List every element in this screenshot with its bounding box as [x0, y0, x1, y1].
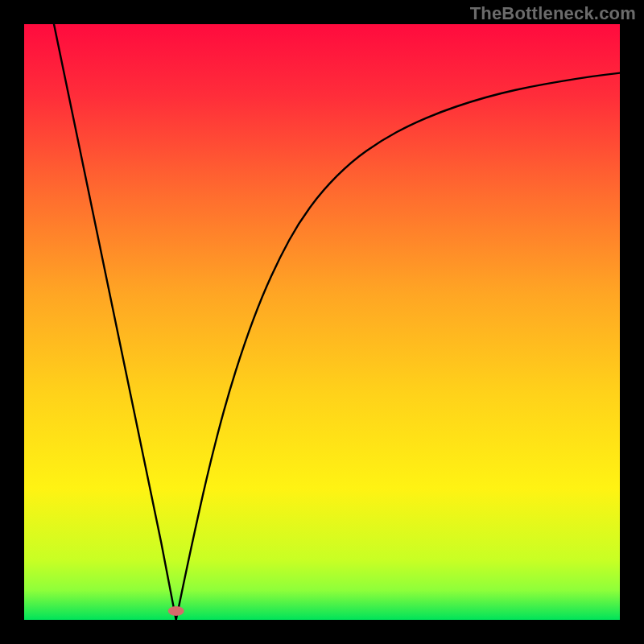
optimal-point-marker	[168, 606, 184, 616]
plot-background-gradient	[24, 24, 620, 620]
watermark-text: TheBottleneck.com	[470, 3, 636, 24]
chart-frame	[0, 0, 644, 644]
